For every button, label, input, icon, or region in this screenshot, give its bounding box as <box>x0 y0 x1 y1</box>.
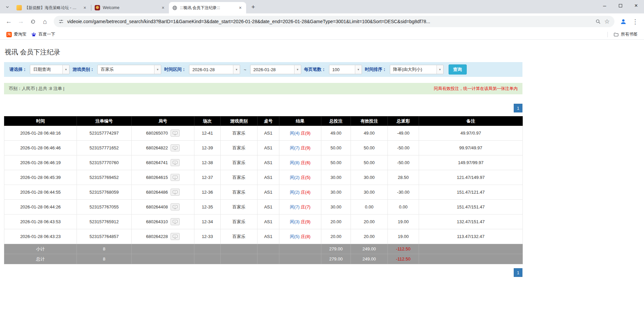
cell-bet-id: 523157767055 <box>77 200 132 214</box>
chevron-down-icon <box>5 5 10 9</box>
result-banker: 庄(8) <box>301 234 311 239</box>
result-banker: 庄(4) <box>301 190 311 195</box>
cell-total-bet[interactable]: 50.00 <box>321 155 351 170</box>
chevron-down-icon[interactable]: ▼ <box>355 65 362 74</box>
summary-payout: -112.50 <box>388 244 419 254</box>
cell-valid-bet: 50.00 <box>351 155 388 170</box>
chevron-down-icon[interactable]: ▼ <box>233 65 240 74</box>
game-type-select[interactable]: 百家乐 ▼ <box>97 65 161 74</box>
replay-button[interactable] <box>171 159 180 166</box>
minimize-button[interactable]: ─ <box>597 0 612 11</box>
cell-round-id: 680264228 <box>132 229 194 244</box>
cell-game-type: 百家乐 <box>221 141 258 155</box>
browser-tab-welcome[interactable]: Welcome × <box>92 2 169 13</box>
cell-payout: 28.50 <box>388 170 419 185</box>
cell-total-bet[interactable]: 20.00 <box>321 229 351 244</box>
cell-total-bet[interactable]: 20.00 <box>321 214 351 229</box>
page-1-button[interactable]: 1 <box>514 104 522 112</box>
bookmark-baidu[interactable]: 百度一下 <box>29 31 58 38</box>
game-type-label: 游戏类别： <box>73 66 94 73</box>
home-button[interactable]: ⌂ <box>39 15 51 28</box>
per-page-select[interactable]: 100 ▼ <box>329 65 362 74</box>
maximize-button[interactable] <box>612 0 628 11</box>
replay-icon <box>173 161 178 165</box>
replay-button[interactable] <box>171 144 180 151</box>
cell-time: 2026-01-28 06:46:46 <box>4 141 77 155</box>
chevron-down-icon[interactable]: ▼ <box>62 65 69 74</box>
replay-button[interactable] <box>171 130 180 137</box>
bookmark-taobao[interactable]: 淘 爱淘宝 <box>4 31 29 38</box>
cell-table-no: AS1 <box>258 185 279 200</box>
date-range-label: 时间区间： <box>164 66 186 73</box>
zoom-icon[interactable] <box>595 19 601 25</box>
close-window-button[interactable]: × <box>628 0 644 11</box>
cell-table-no: AS1 <box>258 126 279 141</box>
column-header: 场次 <box>194 116 221 126</box>
new-tab-button[interactable]: + <box>248 2 258 12</box>
tab-close-icon[interactable]: × <box>160 5 166 11</box>
cell-total-bet[interactable]: 30.00 <box>321 185 351 200</box>
query-type-select[interactable]: 日期查询 ▼ <box>30 65 70 74</box>
tab-search-button[interactable] <box>3 2 12 12</box>
refresh-button[interactable] <box>27 15 39 28</box>
replay-button[interactable] <box>171 174 180 181</box>
taobao-icon: 淘 <box>6 32 12 37</box>
cell-valid-bet: 49.00 <box>351 126 388 141</box>
page-title: 视讯 会员下注纪录 <box>5 48 522 57</box>
cell-valid-bet: 50.00 <box>351 141 388 155</box>
subtotal-row: 小计8279.00249.00-112.50 <box>4 244 523 254</box>
chevron-down-icon[interactable]: ▼ <box>436 65 443 74</box>
cell-valid-bet: 20.00 <box>351 214 388 229</box>
cell-round-id: 680264615 <box>132 170 194 185</box>
site-settings-icon[interactable] <box>58 19 64 24</box>
replay-button[interactable] <box>171 233 180 240</box>
date-end-select[interactable]: 2026-01-28 ▼ <box>250 65 301 74</box>
cell-session: 12-33 <box>194 229 221 244</box>
filter-bar: 请选择： 日期查询 ▼ 游戏类别： 百家乐 ▼ 时间区间： 2026-01-28… <box>4 62 522 77</box>
chevron-down-icon[interactable]: ▼ <box>294 65 301 74</box>
forward-button[interactable]: → <box>15 15 27 28</box>
replay-button[interactable] <box>171 203 180 210</box>
cell-total-bet[interactable]: 30.00 <box>321 170 351 185</box>
cell-game-type: 百家乐 <box>221 155 258 170</box>
bet-record-row: 2026-01-28 06:44:55523157768059680264486… <box>4 185 523 200</box>
cell-total-bet[interactable]: 30.00 <box>321 200 351 214</box>
cell-round-id: 680264486 <box>132 185 194 200</box>
replay-icon <box>173 205 178 209</box>
cell-time: 2026-01-28 06:43:23 <box>4 229 77 244</box>
date-start-select[interactable]: 2026-01-28 ▼ <box>189 65 240 74</box>
column-header: 注单编号 <box>77 116 132 126</box>
cell-payout: -49.00 <box>388 126 419 141</box>
url-text[interactable]: videoie.com/game/betrecord_search/kind3?… <box>67 19 592 24</box>
all-bookmarks-button[interactable]: 所有书签 <box>611 31 640 38</box>
result-player: 闲(7) <box>290 145 300 150</box>
cell-payout: 19.00 <box>388 214 419 229</box>
address-bar[interactable]: videoie.com/game/betrecord_search/kind3?… <box>54 16 614 27</box>
profile-avatar[interactable] <box>617 15 629 28</box>
page-1-button[interactable]: 1 <box>514 268 522 277</box>
cell-session: 12-37 <box>194 170 221 185</box>
back-button[interactable]: ← <box>3 15 15 28</box>
bookmark-star-icon[interactable]: ☆ <box>604 18 610 25</box>
browser-tab-betrecord[interactable]: :::视讯 会员下注纪录::: × <box>169 2 246 13</box>
tab-close-icon[interactable]: × <box>237 5 243 11</box>
tab-close-icon[interactable]: × <box>82 5 88 11</box>
search-button[interactable]: 查询 <box>449 64 467 75</box>
replay-button[interactable] <box>171 218 180 225</box>
chevron-down-icon[interactable]: ▼ <box>154 65 161 74</box>
cell-total-bet[interactable]: 49.00 <box>321 126 351 141</box>
sort-order-select[interactable]: 降幂(由大到小) ▼ <box>390 65 444 74</box>
date-range-separator: ~ <box>244 67 246 72</box>
bookmark-label: 爱淘宝 <box>14 32 27 37</box>
tab-title: 【新提醒】海燕策略论坛 - 综合... <box>25 5 80 11</box>
cell-valid-bet: 30.00 <box>351 170 388 185</box>
browser-tab-forum[interactable]: 【新提醒】海燕策略论坛 - 综合... × <box>13 2 91 13</box>
cell-round-id: 680264310 <box>132 214 194 229</box>
menu-button[interactable]: ⋮ <box>629 15 641 28</box>
cell-total-bet[interactable]: 50.00 <box>321 141 351 155</box>
summary-bar: 币别：人民币 | 总共 :8 注单 | 同局有效投注，统一计算在该局第一张注单内 <box>4 83 522 94</box>
cell-bet-id: 523157764857 <box>77 229 132 244</box>
cell-game-type: 百家乐 <box>221 170 258 185</box>
replay-button[interactable] <box>171 189 180 196</box>
column-header: 局号 <box>132 116 194 126</box>
